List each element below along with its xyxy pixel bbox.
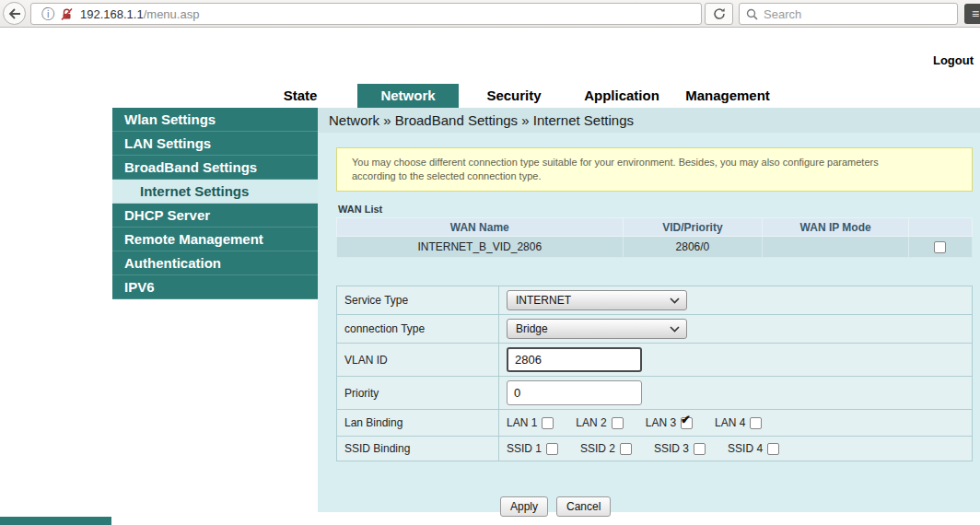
- sidebar-item-authentication[interactable]: Authentication: [112, 251, 318, 275]
- ssid2-checkbox[interactable]: [620, 443, 632, 455]
- main-panel: Network » BroadBand Settings » Internet …: [318, 108, 980, 525]
- wan-table-header-row: WAN Name VID/Priority WAN IP Mode: [337, 218, 973, 237]
- footer-accent-bar: [0, 517, 111, 525]
- wan-table: WAN Name VID/Priority WAN IP Mode INTERN…: [336, 217, 973, 258]
- tab-application[interactable]: Application: [578, 84, 665, 108]
- wan-name-cell: INTERNET_B_VID_2806: [337, 237, 624, 258]
- sidebar-item-ipv6[interactable]: IPV6: [112, 275, 318, 299]
- ssid3-label: SSID 3: [654, 442, 689, 455]
- sidebar-item-broadband-settings[interactable]: BroadBand Settings: [112, 156, 318, 180]
- menu-icon[interactable]: ≡: [964, 4, 980, 24]
- search-icon: [746, 8, 758, 20]
- url-bar[interactable]: ⓘ 192.168.1.1/menu.asp: [30, 3, 702, 25]
- site-info-icon[interactable]: ⓘ: [41, 7, 54, 20]
- service-type-value: INTERNET: [516, 294, 571, 307]
- lan4-checkbox[interactable]: [750, 417, 762, 429]
- ssid4-checkbox[interactable]: [767, 443, 779, 455]
- vid-priority-header: VID/Priority: [623, 218, 763, 237]
- lan1-label: LAN 1: [507, 416, 537, 429]
- vlan-id-label: VLAN ID: [337, 344, 499, 377]
- vlan-id-input[interactable]: [507, 347, 642, 372]
- tab-state[interactable]: State: [261, 84, 340, 108]
- service-type-label: Service Type: [337, 286, 499, 315]
- sidebar-item-internet-settings[interactable]: Internet Settings: [112, 180, 318, 204]
- sidebar-item-lan-settings[interactable]: LAN Settings: [112, 132, 318, 156]
- browser-toolbar: ⓘ 192.168.1.1/menu.asp ≡: [0, 0, 980, 28]
- ssid1-label: SSID 1: [507, 442, 542, 455]
- sidebar-item-remote-management[interactable]: Remote Management: [112, 228, 318, 251]
- wan-table-row: INTERNET_B_VID_2806 2806/0: [337, 237, 973, 258]
- reload-icon: [713, 7, 726, 20]
- priority-label: Priority: [337, 377, 499, 410]
- lan-binding-label: Lan Binding: [337, 410, 499, 437]
- search-bar: [739, 3, 958, 25]
- tab-management[interactable]: Management: [682, 84, 774, 108]
- connection-type-value: Bridge: [516, 322, 548, 335]
- priority-input[interactable]: [507, 380, 642, 405]
- notice-box: You may choose different connection type…: [336, 147, 973, 192]
- lan3-checkbox[interactable]: [681, 417, 693, 429]
- lan-binding-group: LAN 1 LAN 2 LAN 3 LAN 4: [507, 416, 964, 429]
- service-type-row: Service Type INTERNET: [337, 286, 973, 315]
- wan-ip-mode-cell: [763, 237, 909, 258]
- ssid2-label: SSID 2: [580, 442, 615, 455]
- apply-button[interactable]: Apply: [500, 496, 548, 517]
- ssid1-checkbox[interactable]: [546, 443, 558, 455]
- wan-select-cell: [908, 237, 972, 258]
- notice-line-1: You may choose different connection type…: [352, 156, 957, 169]
- page-layout: Wlan Settings LAN Settings BroadBand Set…: [0, 108, 980, 525]
- lan4-label: LAN 4: [715, 416, 745, 429]
- breadcrumb: Network » BroadBand Settings » Internet …: [318, 108, 980, 133]
- url-host: 192.168.1.1: [80, 7, 144, 21]
- connection-type-row: connection Type Bridge: [337, 315, 973, 344]
- service-type-select[interactable]: INTERNET: [507, 290, 687, 310]
- ssid-binding-group: SSID 1 SSID 2 SSID 3 SSID 4: [507, 442, 964, 455]
- wan-ip-mode-header: WAN IP Mode: [763, 218, 909, 237]
- ssid-binding-row: SSID Binding SSID 1 SSID 2 SSID 3 SSID 4: [337, 437, 973, 461]
- wan-name-header: WAN Name: [337, 218, 624, 237]
- connection-type-label: connection Type: [337, 315, 499, 344]
- ssid-binding-label: SSID Binding: [337, 437, 499, 461]
- lan3-label: LAN 3: [646, 416, 676, 429]
- sidebar: Wlan Settings LAN Settings BroadBand Set…: [112, 108, 318, 525]
- tab-network[interactable]: Network: [357, 84, 459, 108]
- back-arrow-icon: [8, 8, 21, 19]
- ssid3-checkbox[interactable]: [694, 443, 706, 455]
- vlan-id-row: VLAN ID: [337, 344, 973, 377]
- lan-binding-row: Lan Binding LAN 1 LAN 2 LAN 3 LAN 4: [337, 410, 973, 437]
- url-text: 192.168.1.1/menu.asp: [80, 7, 199, 21]
- insecure-lock-icon[interactable]: [61, 8, 73, 20]
- wan-row-checkbox[interactable]: [934, 241, 946, 253]
- reload-button[interactable]: [705, 3, 733, 25]
- ssid4-label: SSID 4: [728, 442, 763, 455]
- connection-form: Service Type INTERNET connection Type: [336, 286, 973, 461]
- chevron-down-icon: [670, 298, 680, 304]
- form-actions: Apply Cancel: [500, 496, 973, 517]
- priority-row: Priority: [337, 377, 973, 410]
- content-area: You may choose different connection type…: [318, 133, 980, 512]
- search-input[interactable]: [764, 7, 939, 21]
- logout-link[interactable]: Logout: [933, 53, 974, 67]
- back-button[interactable]: [3, 2, 26, 25]
- lan2-checkbox[interactable]: [612, 417, 624, 429]
- sidebar-item-wlan-settings[interactable]: Wlan Settings: [112, 108, 318, 132]
- connection-type-select[interactable]: Bridge: [507, 319, 687, 339]
- lan2-label: LAN 2: [576, 416, 606, 429]
- router-admin-page: ⓘ 192.168.1.1/menu.asp ≡ Logout State Ne…: [0, 0, 980, 525]
- tab-bar: State Network Security Application Manag…: [261, 84, 774, 108]
- notice-line-2: according to the selected connection typ…: [352, 169, 957, 183]
- sidebar-item-dhcp-server[interactable]: DHCP Server: [112, 204, 318, 228]
- cancel-button[interactable]: Cancel: [556, 496, 611, 517]
- chevron-down-icon: [670, 326, 680, 332]
- wan-list-title: WAN List: [336, 204, 973, 215]
- lan1-checkbox[interactable]: [542, 417, 554, 429]
- vid-priority-cell: 2806/0: [623, 237, 763, 258]
- left-gutter: [0, 108, 112, 525]
- select-header: [908, 218, 972, 237]
- url-path: /menu.asp: [144, 7, 200, 21]
- tab-security[interactable]: Security: [472, 84, 556, 108]
